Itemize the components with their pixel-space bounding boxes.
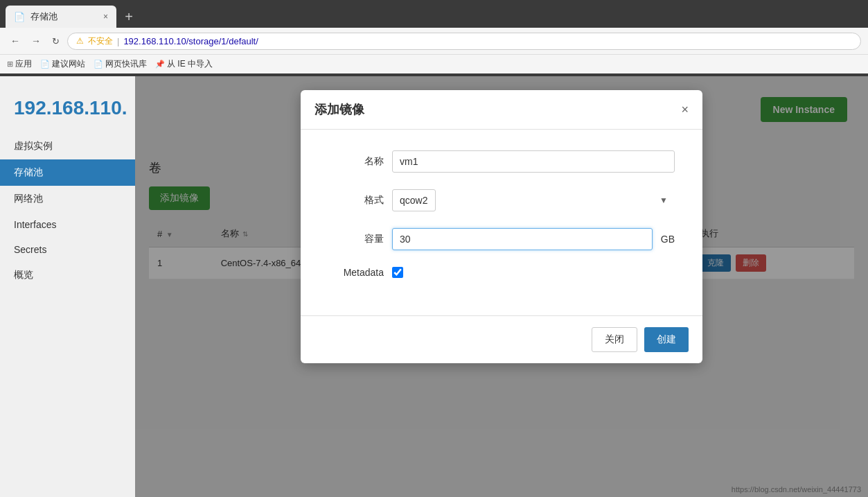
select-arrow-icon: ▼	[659, 195, 668, 205]
bookmarks-bar: ⊞ 应用 📄 建议网站 📄 网页快讯库 📌 从 IE 中导入	[0, 54, 868, 73]
sidebar-item-secrets-label: Secrets	[14, 244, 46, 255]
format-select-wrapper: qcow2 raw iso ▼	[392, 189, 675, 211]
metadata-checkbox[interactable]	[392, 267, 403, 278]
modal-body: 名称 格式 qcow2 raw iso ▼	[301, 130, 702, 315]
back-button[interactable]: ←	[7, 34, 24, 48]
address-bar[interactable]: ⚠ 不安全 | 192.168.110.10/storage/1/default…	[67, 33, 861, 50]
refresh-button[interactable]: ↻	[48, 35, 63, 48]
bookmark-apps-label: 应用	[15, 58, 32, 70]
url-display: 192.168.110.10/storage/1/default/	[123, 36, 258, 46]
sidebar-item-secrets[interactable]: Secrets	[0, 237, 135, 262]
capacity-input[interactable]	[392, 228, 653, 250]
bookmark-suggest[interactable]: 📄 建议网站	[40, 58, 85, 70]
form-row-metadata: Metadata	[328, 267, 675, 278]
capacity-unit: GB	[661, 234, 675, 245]
name-input[interactable]	[392, 150, 675, 173]
sidebar-item-network[interactable]: 网络池	[0, 186, 135, 212]
form-row-capacity: 容量 GB	[328, 228, 675, 250]
browser-chrome: 📄 存储池 × + ← → ↻ ⚠ 不安全 | 192.168.110.10/s…	[0, 0, 868, 76]
bookmark-ie-label: 从 IE 中导入	[167, 58, 213, 70]
form-row-format: 格式 qcow2 raw iso ▼	[328, 189, 675, 211]
bookmark-ie-import[interactable]: 📌 从 IE 中导入	[155, 58, 213, 70]
sidebar: 192.168.110. 虚拟实例 存储池 网络池 Interfaces Sec…	[0, 76, 135, 497]
format-label: 格式	[328, 194, 384, 207]
modal-create-btn[interactable]: 创建	[644, 327, 689, 352]
bookmark-feeds-label: 网页快讯库	[105, 58, 147, 70]
sidebar-item-vm-label: 虚拟实例	[14, 140, 53, 151]
modal-header: 添加镜像 ×	[301, 90, 702, 130]
feeds-icon: 📄	[94, 60, 103, 69]
page-title: 192.168.110.	[0, 90, 135, 133]
sidebar-item-overview[interactable]: 概览	[0, 262, 135, 288]
format-select[interactable]: qcow2 raw iso	[392, 189, 436, 211]
tab-close-button[interactable]: ×	[103, 12, 108, 21]
suggest-icon: 📄	[40, 60, 50, 69]
nav-bar: ← → ↻ ⚠ 不安全 | 192.168.110.10/storage/1/d…	[0, 28, 868, 54]
sidebar-item-interfaces[interactable]: Interfaces	[0, 212, 135, 237]
sidebar-item-storage[interactable]: 存储池	[0, 159, 135, 186]
sidebar-item-interfaces-label: Interfaces	[14, 219, 56, 230]
main-content: New Instance 卷 添加镜像 # ▼ 名称 ⇅ 容量 ⇅	[135, 76, 868, 497]
metadata-label: Metadata	[328, 267, 384, 278]
forward-button[interactable]: →	[28, 34, 44, 48]
ie-icon: 📌	[155, 60, 165, 69]
sidebar-item-storage-label: 存储池	[14, 166, 43, 177]
bookmark-feeds[interactable]: 📄 网页快讯库	[94, 58, 147, 70]
sidebar-item-overview-label: 概览	[14, 269, 33, 280]
sidebar-item-network-label: 网络池	[14, 193, 43, 204]
form-row-name: 名称	[328, 150, 675, 173]
modal-footer: 关闭 创建	[301, 315, 702, 363]
new-tab-button[interactable]: +	[119, 7, 139, 26]
name-label: 名称	[328, 155, 384, 168]
modal-close-button[interactable]: ×	[681, 103, 689, 116]
sidebar-item-vm[interactable]: 虚拟实例	[0, 133, 135, 159]
bookmark-apps[interactable]: ⊞ 应用	[7, 58, 32, 70]
modal-title: 添加镜像	[315, 101, 364, 118]
capacity-label: 容量	[328, 233, 384, 245]
tab-page-icon: 📄	[14, 12, 25, 22]
apps-icon: ⊞	[7, 60, 13, 69]
address-separator: |	[117, 36, 119, 46]
add-image-modal: 添加镜像 × 名称 格式 qcow2 r	[301, 90, 702, 363]
tab-title: 存储池	[30, 10, 57, 23]
tab-bar: 📄 存储池 × +	[0, 0, 868, 28]
security-warning-icon: ⚠	[76, 36, 84, 46]
insecure-label: 不安全	[88, 35, 113, 47]
modal-overlay: 添加镜像 × 名称 格式 qcow2 r	[135, 76, 868, 497]
bookmark-suggest-label: 建议网站	[52, 58, 85, 70]
modal-close-btn[interactable]: 关闭	[592, 327, 637, 352]
page-content: 192.168.110. 虚拟实例 存储池 网络池 Interfaces Sec…	[0, 76, 868, 497]
active-tab[interactable]: 📄 存储池 ×	[6, 6, 116, 28]
